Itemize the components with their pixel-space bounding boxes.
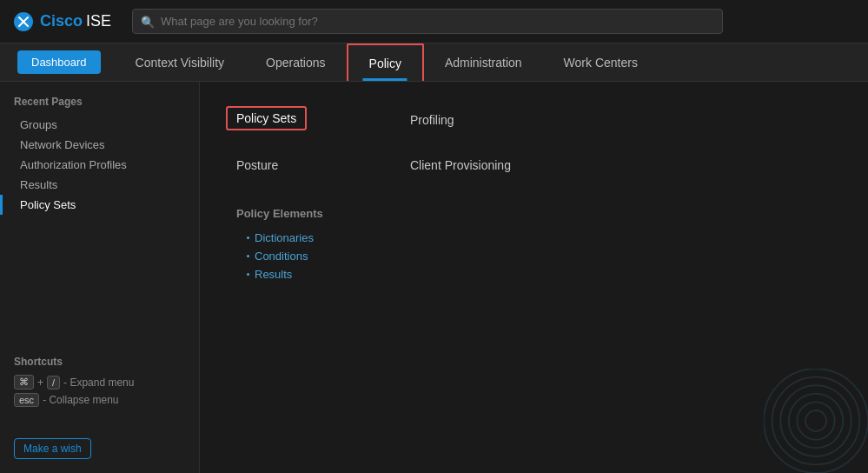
- menu-grid: Policy Sets Posture Policy Elements Dict…: [226, 99, 842, 283]
- header: Cisco ISE 🔍: [0, 0, 868, 43]
- tab-operations[interactable]: Operations: [245, 43, 346, 81]
- tab-work-centers[interactable]: Work Centers: [543, 43, 659, 81]
- make-wish-button[interactable]: Make a wish: [14, 438, 91, 459]
- close-button[interactable]: [14, 12, 33, 31]
- sidebar-item-authorization-profiles[interactable]: Authorization Profiles: [0, 155, 199, 175]
- recent-pages-title: Recent Pages: [0, 96, 199, 115]
- brand-cisco: Cisco: [40, 12, 83, 30]
- sidebar: Recent Pages Groups Network Devices Auth…: [0, 82, 200, 473]
- shortcut-plus: +: [37, 376, 43, 389]
- brand-logo: Cisco ISE: [40, 12, 111, 30]
- sidebar-item-results[interactable]: Results: [0, 175, 199, 195]
- sidebar-item-groups[interactable]: Groups: [0, 115, 199, 135]
- brand-ise: ISE: [86, 12, 111, 30]
- tab-context-visibility[interactable]: Context Visibility: [115, 43, 245, 81]
- results-link[interactable]: Results: [226, 265, 389, 283]
- shortcut-expand-label: - Expand menu: [63, 376, 134, 389]
- col-profiling: Profiling Client Provisioning: [400, 99, 573, 283]
- sidebar-item-policy-sets[interactable]: Policy Sets: [0, 195, 199, 215]
- policy-elements-header: Policy Elements: [226, 200, 389, 223]
- content-area: Policy Sets Posture Policy Elements Dict…: [200, 82, 868, 473]
- col-policy: Policy Sets Posture Policy Elements Dict…: [226, 99, 400, 283]
- tab-policy[interactable]: Policy: [347, 43, 424, 81]
- sidebar-item-network-devices[interactable]: Network Devices: [0, 135, 199, 155]
- policy-sets-link[interactable]: Policy Sets: [226, 106, 307, 130]
- search-icon: 🔍: [141, 15, 155, 28]
- shortcut-expand: ⌘ + / - Expand menu: [14, 375, 185, 390]
- dashboard-button[interactable]: Dashboard: [17, 50, 101, 74]
- conditions-link[interactable]: Conditions: [226, 247, 389, 265]
- search-bar: 🔍: [132, 9, 723, 34]
- tab-administration[interactable]: Administration: [424, 43, 543, 81]
- main-layout: Recent Pages Groups Network Devices Auth…: [0, 82, 868, 473]
- client-provisioning-link[interactable]: Client Provisioning: [400, 151, 563, 179]
- nav-tabs: Dashboard Context Visibility Operations …: [0, 43, 868, 82]
- shortcut-cmd-key: ⌘: [14, 375, 34, 390]
- shortcut-slash-key: /: [47, 376, 60, 390]
- profiling-link[interactable]: Profiling: [400, 106, 563, 134]
- shortcuts-title: Shortcuts: [14, 356, 185, 368]
- shortcut-esc-key: esc: [14, 393, 39, 407]
- shortcut-collapse-label: - Collapse menu: [43, 394, 118, 406]
- dictionaries-link[interactable]: Dictionaries: [226, 229, 389, 247]
- posture-link[interactable]: Posture: [226, 151, 389, 179]
- search-input[interactable]: [132, 9, 723, 34]
- sidebar-nav: Groups Network Devices Authorization Pro…: [0, 115, 199, 215]
- shortcuts-section: Shortcuts ⌘ + / - Expand menu esc - Coll…: [0, 345, 199, 421]
- shortcut-collapse: esc - Collapse menu: [14, 393, 185, 407]
